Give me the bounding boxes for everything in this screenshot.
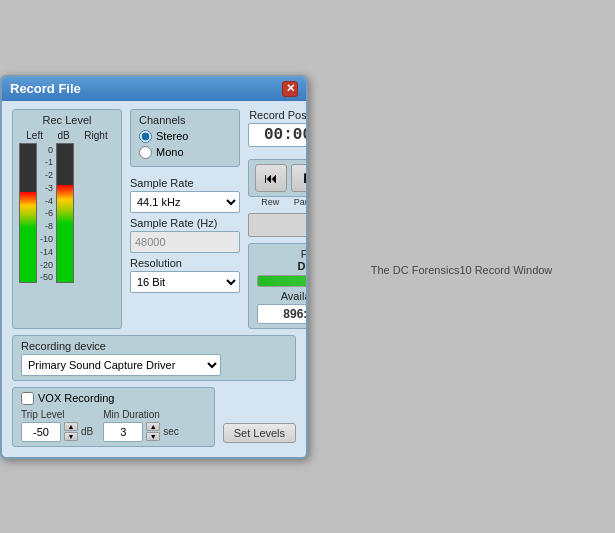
vu-bar-right-fill — [57, 185, 73, 282]
min-duration-input-row: ▲ ▼ sec — [103, 422, 179, 442]
vu-bar-left-fill — [20, 192, 36, 282]
disk-space-section: Free Disk Space: Disk C: 542.91GB Availa… — [248, 243, 308, 329]
resolution-dropdown[interactable]: 16 Bit 8 Bit 24 Bit — [130, 271, 240, 293]
trip-level-unit: dB — [81, 426, 93, 437]
vox-checkbox[interactable] — [21, 392, 34, 405]
left-label: Left — [26, 130, 43, 141]
transport-wrapper: ⏮ ⏸ ● ■ ⏭ Rew Pause Rec Stop FF — [248, 159, 308, 207]
min-duration-down[interactable]: ▼ — [146, 432, 160, 441]
mono-label: Mono — [156, 146, 184, 158]
resolution-label: Resolution — [130, 257, 240, 269]
transport-controls: ⏮ ⏸ ● ■ ⏭ — [248, 159, 308, 197]
mono-radio[interactable] — [139, 146, 152, 159]
trip-level-input-row: ▲ ▼ dB — [21, 422, 93, 442]
channels-title: Channels — [139, 114, 231, 126]
stereo-label: Stereo — [156, 130, 188, 142]
pause-button[interactable]: ⏸ — [291, 164, 308, 192]
vu-meter-left — [19, 143, 37, 283]
center-controls: Channels Stereo Mono Sample Rate 44.1 kH… — [130, 109, 240, 329]
vu-meters-with-scale: 0 -1 -2 -3 -4 -6 -8 -10 -14 -20 -50 — [19, 143, 115, 283]
rew-label: Rew — [254, 197, 286, 207]
top-row: Rec Level Left dB Right 0 -1 -2 — [12, 109, 296, 329]
window-close-button[interactable]: ✕ — [282, 81, 298, 97]
pause-label: Pause — [291, 197, 309, 207]
avail-recording-value: 896:26:55 hr:min:sec — [257, 304, 308, 324]
bottom-row: VOX Recording Trip Level ▲ ▼ dB — [12, 387, 296, 447]
record-position-display: 00:00 — [248, 123, 308, 147]
trip-level-label: Trip Level — [21, 409, 65, 420]
vu-labels-row: Left dB Right — [19, 130, 115, 141]
vox-section: VOX Recording Trip Level ▲ ▼ dB — [12, 387, 215, 447]
vu-meter-right — [56, 143, 74, 283]
transport-label-row: Rew Pause Rec Stop FF — [248, 197, 308, 207]
disk-space-title: Free Disk Space: — [257, 248, 308, 260]
right-panel: Record Position 00:00 Save Close ⏮ ⏸ ● ■ — [248, 109, 308, 329]
record-position-title: Record Position — [249, 109, 308, 121]
right-label: Right — [84, 130, 107, 141]
sample-rate-section: Sample Rate 44.1 kHz 22.05 kHz 11.025 kH… — [130, 177, 240, 293]
disk-space-value: Disk C: 542.91GB — [257, 260, 308, 272]
vu-scale: 0 -1 -2 -3 -4 -6 -8 -10 -14 -20 -50 — [40, 143, 53, 283]
recording-device-dropdown[interactable]: Primary Sound Capture Driver Microphone … — [21, 354, 221, 376]
trip-level-group: Trip Level ▲ ▼ dB — [21, 409, 93, 442]
recording-device-section: Recording device Primary Sound Capture D… — [12, 335, 296, 381]
rec-level-title: Rec Level — [19, 114, 115, 126]
title-bar: Record File ✕ — [2, 77, 306, 101]
disk-progress-bar — [257, 275, 308, 287]
record-position-row: Record Position 00:00 Save Close — [248, 109, 308, 153]
trip-level-down[interactable]: ▼ — [64, 432, 78, 441]
vox-checkbox-row: VOX Recording — [21, 392, 206, 405]
record-position-box: Record Position 00:00 — [248, 109, 308, 147]
min-duration-label: Min Duration — [103, 409, 160, 420]
rec-level-section: Rec Level Left dB Right 0 -1 -2 — [12, 109, 122, 329]
stereo-radio[interactable] — [139, 130, 152, 143]
stereo-radio-row: Stereo — [139, 130, 231, 143]
caption: The DC Forensics10 Record Window — [308, 264, 615, 276]
sample-rate-hz-label: Sample Rate (Hz) — [130, 217, 240, 229]
min-duration-up[interactable]: ▲ — [146, 422, 160, 431]
min-duration-unit: sec — [163, 426, 179, 437]
status-bar: Stopped — [248, 213, 308, 237]
rew-button[interactable]: ⏮ — [255, 164, 287, 192]
min-duration-group: Min Duration ▲ ▼ sec — [103, 409, 179, 442]
trip-level-spinners: ▲ ▼ — [64, 422, 78, 441]
db-label: dB — [58, 130, 70, 141]
mono-radio-row: Mono — [139, 146, 231, 159]
avail-recording-title: Available Recording Time — [257, 290, 308, 302]
min-duration-input[interactable] — [103, 422, 143, 442]
recording-device-label: Recording device — [21, 340, 287, 352]
window-title: Record File — [10, 81, 81, 96]
trip-level-up[interactable]: ▲ — [64, 422, 78, 431]
caption-text: The DC Forensics10 Record Window — [371, 264, 553, 276]
disk-progress-fill — [258, 276, 308, 286]
set-levels-button[interactable]: Set Levels — [223, 423, 296, 443]
trip-level-input[interactable] — [21, 422, 61, 442]
record-file-window: Record File ✕ Rec Level Left dB Right — [0, 75, 308, 459]
set-levels-container: Set Levels — [223, 423, 296, 447]
sample-rate-hz-input — [130, 231, 240, 253]
sample-rate-dropdown[interactable]: 44.1 kHz 22.05 kHz 11.025 kHz 8 kHz 96 k… — [130, 191, 240, 213]
channels-section: Channels Stereo Mono — [130, 109, 240, 167]
vox-label: VOX Recording — [38, 392, 114, 404]
sample-rate-label: Sample Rate — [130, 177, 240, 189]
vox-params-row: Trip Level ▲ ▼ dB Min Duration — [21, 409, 206, 442]
min-duration-spinners: ▲ ▼ — [146, 422, 160, 441]
